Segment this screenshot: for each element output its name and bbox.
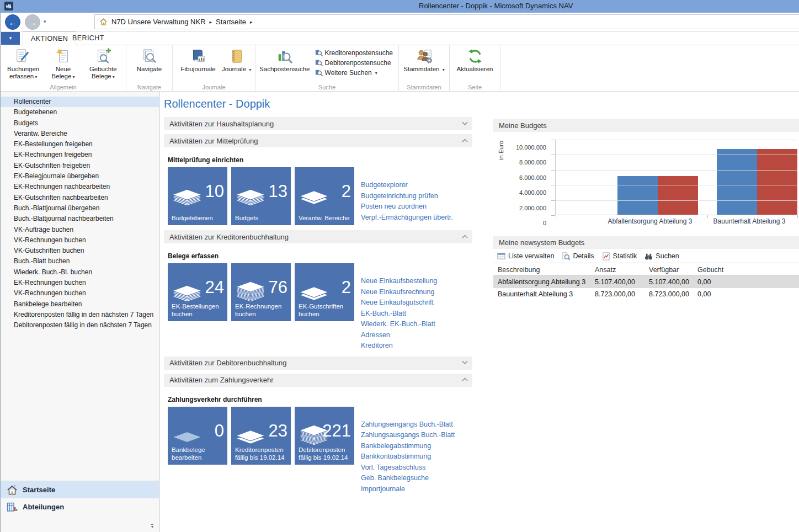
action-link[interactable]: Bankbelegabstimmung (361, 441, 455, 452)
cue-tile[interactable]: 10 Budgetebenen (168, 167, 227, 225)
sidebar-item[interactable]: VK-Gutschriften buchen (1, 246, 159, 256)
debitorenpostensuche-button[interactable]: Debitorenpostensuche (315, 59, 393, 67)
sidebar-item[interactable]: Kreditorenposten fällig in den nächsten … (1, 310, 159, 320)
cue-tile-group: 24 EK-Bestellungen buchen 76 EK-Rechnung… (168, 263, 354, 352)
gebuchte-belege-button[interactable]: Gebuchte Belege▾ (84, 47, 122, 83)
column-header-gebucht[interactable]: Gebucht (693, 266, 799, 274)
suchen-button[interactable]: Suchen (644, 252, 679, 260)
buchungen-erfassen-button[interactable]: Buchungen erfassen▾ (4, 47, 42, 83)
cue-tile[interactable]: 23 Kreditorenposten fällig bis 19.02.14 (231, 407, 291, 465)
x-category-label: Bauunterhalt Abteilung 3 (689, 217, 799, 225)
sidebar-item[interactable]: Rollencenter (1, 97, 159, 107)
action-link[interactable]: Verpf.-Ermächtigungen übertr. (361, 212, 453, 224)
home-icon[interactable] (99, 18, 108, 26)
sidebar-item[interactable]: EK-Rechnungen nachbearbeiten (1, 182, 159, 192)
table-row[interactable]: Bauunterhalt Abteilung 3 8.723.000,00 8.… (493, 288, 799, 300)
section-header-zahlungsverkehr[interactable]: Aktivitäten zum Zahlungsverkehr (164, 374, 472, 387)
breadcrumb-segment-company[interactable]: N7D Unsere Verwaltung NKR (111, 18, 206, 26)
navigate-button[interactable]: Navigate (130, 47, 169, 83)
ribbon-group-label: Seite (450, 84, 500, 91)
stammdaten-button[interactable]: Stammdaten ▾ (402, 47, 446, 83)
sidebar-item-startseite[interactable]: Startseite (1, 481, 159, 498)
sidebar-item[interactable]: VK-Rechnungen buchen (1, 235, 159, 246)
sidebar-item[interactable]: VK-Rechnungen buchen (1, 288, 159, 299)
chart-bar[interactable] (717, 149, 757, 215)
action-link[interactable]: Adressen (361, 330, 437, 341)
action-link[interactable]: Kreditoren (361, 341, 437, 352)
sidebar-item[interactable]: Wiederk. Buch.-Bl. buchen (1, 267, 159, 278)
forward-button[interactable]: → (25, 14, 40, 30)
sidebar-item[interactable]: EK-Gutschriften nachbearbeiten (1, 193, 159, 203)
back-button[interactable]: ← (5, 14, 20, 30)
kreditorenpostensuche-button[interactable]: Kreditorenpostensuche (315, 49, 393, 57)
statistik-button[interactable]: Statistik (602, 252, 637, 260)
sidebar-item-abteilungen[interactable]: Abteilungen (1, 498, 159, 515)
action-link[interactable]: Neue Einkaufsbestellung (361, 276, 437, 287)
neue-belege-button[interactable]: Neue Belege▾ (44, 47, 82, 83)
sidebar-item[interactable]: Bankbelege bearbeiten (1, 299, 159, 310)
application-menu-button[interactable]: ▾ (1, 32, 20, 45)
sidebar-item[interactable]: Verantw. Bereiche (1, 129, 159, 139)
action-link[interactable]: Posten neu zuordnen (361, 201, 453, 212)
action-link[interactable]: Budgeteinrichtung prüfen (361, 191, 453, 202)
cue-tile[interactable]: 13 Budgets (231, 167, 291, 225)
action-link[interactable]: EK-Buch.-Blatt (361, 308, 437, 320)
tab-bericht[interactable]: BERICHT (65, 31, 112, 45)
action-link[interactable]: Budgetexplorer (361, 180, 453, 191)
table-row[interactable]: Abfallentsorgung Abteilung 3 5.107.400,0… (493, 276, 799, 288)
cue-tile[interactable]: 76 EK-Rechnungen buchen (231, 263, 291, 321)
sidebar-item[interactable]: Buch.-Blatt buchen (1, 256, 159, 267)
chevron-down-icon: ▾ (248, 67, 251, 72)
sidebar-item[interactable]: Budgets (1, 118, 159, 129)
journale-button[interactable]: Journale ▾ (221, 47, 252, 83)
sidebar-item[interactable]: EK-Gutschriften freigeben (1, 161, 159, 171)
action-link[interactable]: Vorl. Tagesabschluss (361, 462, 455, 474)
sidebar-item[interactable]: VK-Aufträge buchen (1, 225, 159, 235)
manage-list-button[interactable]: Liste verwalten (497, 252, 554, 260)
sidebar-item[interactable]: EK-Belegjournale übergeben (1, 171, 159, 182)
action-link[interactable]: Wiederk. EK-Buch.-Blatt (361, 319, 437, 330)
gridline (556, 155, 797, 155)
action-link[interactable]: Zahlungsausgangs Buch.-Blatt (361, 430, 455, 441)
section-header-debitorenbuchhaltung[interactable]: Aktivitäten zur Debitorenbuchhaltung (164, 357, 472, 370)
action-link[interactable]: Bankkontoabstimmung (361, 451, 455, 462)
sachpostensuche-button[interactable]: Sachpostensuche (259, 47, 311, 83)
sidebar-item[interactable]: Debitorenposten fällig in den nächsten 7… (1, 320, 159, 331)
sidebar-item[interactable]: Buch.-Blattjournal übergeben (1, 203, 159, 214)
chart-bar[interactable] (617, 176, 658, 215)
action-link[interactable]: Neue Einkaufsgutschrift (361, 297, 437, 308)
ribbon-tab-strip: ▾ AKTIONEN BERICHT (1, 31, 799, 45)
cue-tile[interactable]: 2 EK-Gutschriften buchen (295, 263, 354, 321)
sidebar-item[interactable]: EK-Rechnungen buchen (1, 278, 159, 288)
cue-tile[interactable]: 24 EK-Bestellungen buchen (168, 263, 227, 321)
sidebar-item[interactable]: EK-Bestellungen freigeben (1, 139, 159, 150)
chart-bar[interactable] (757, 149, 797, 215)
section-header-mittelpruefung[interactable]: Aktivitäten zur Mittelprüfung (164, 134, 472, 147)
details-button[interactable]: Details (562, 252, 594, 260)
column-header-verfuegbar[interactable]: Verfügbar (644, 266, 693, 274)
fibujournale-button[interactable]: Fibujournale (176, 47, 220, 83)
footer-item-label: Abteilungen (23, 503, 64, 511)
action-link[interactable]: Neue Einkaufsrechnung (361, 287, 437, 298)
sidebar-item[interactable]: Budgetebenen (1, 107, 159, 118)
action-link[interactable]: Importjournale (361, 484, 455, 495)
breadcrumb-segment-page[interactable]: Startseite (216, 18, 246, 26)
sidebar-item[interactable]: Buch.-Blattjournal nachbearbeiten (1, 214, 159, 224)
document-stack-icon (299, 280, 329, 303)
weitere-suchen-button[interactable]: Weitere Suchen ▾ (315, 69, 393, 77)
document-stack-icon (299, 184, 329, 207)
sidebar-item[interactable]: EK-Rechnungen freigeben (1, 150, 159, 160)
cue-tile[interactable]: 0 Bankbelege bearbeiten (168, 407, 227, 465)
chart-bar[interactable] (658, 176, 698, 215)
column-header-ansatz[interactable]: Ansatz (590, 266, 644, 274)
configure-buttons-icon[interactable]: ▾ (151, 524, 153, 529)
column-header-beschreibung[interactable]: Beschreibung (493, 266, 590, 274)
action-link[interactable]: Zahlungseingangs Buch.-Blatt (361, 419, 455, 430)
aktualisieren-button[interactable]: Aktualisieren (453, 47, 497, 83)
cue-tile[interactable]: 2 Verantw. Bereiche (295, 167, 354, 225)
history-dropdown-icon[interactable]: ▾ (44, 19, 46, 24)
action-link[interactable]: Geb. Bankbelegsuche (361, 473, 455, 484)
cue-tile[interactable]: 221 Debitorenposten fällig bis 19.02.14 (295, 407, 354, 465)
section-header-haushaltsplanung[interactable]: Aktivitäten zur Haushaltsplanung (164, 117, 472, 130)
section-header-kreditorenbuchhaltung[interactable]: Aktivitäten zur Kreditorenbuchhaltung (164, 230, 472, 243)
